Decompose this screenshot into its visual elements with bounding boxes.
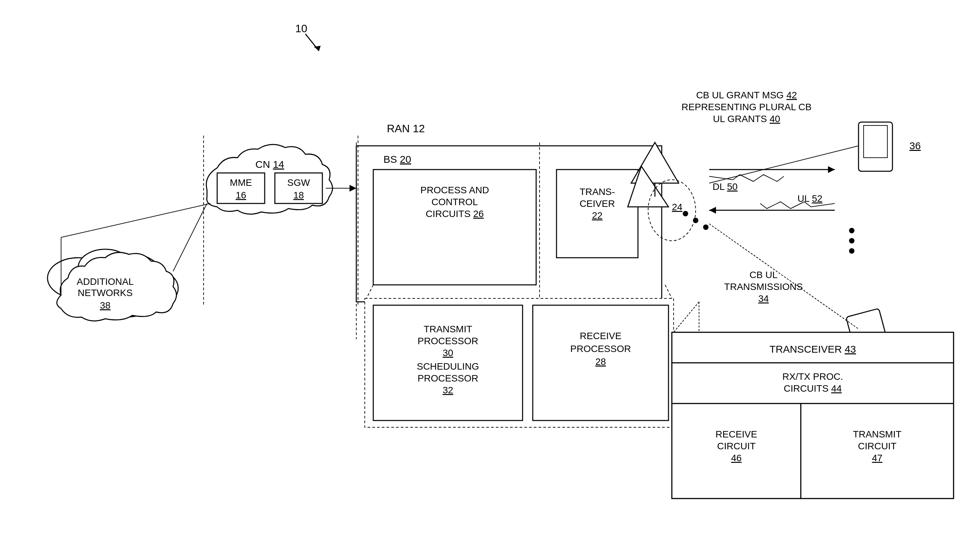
mme-label: MME (230, 177, 252, 188)
svg-marker-21 (828, 166, 835, 173)
svg-point-13 (693, 218, 698, 223)
cb-ul-trans-num: 34 (758, 293, 768, 304)
ue-device-upper: 36 (859, 122, 921, 171)
receive-processor-num: 28 (595, 356, 606, 367)
ue-num-upper: 36 (909, 140, 921, 151)
transceiver-bs-label2: CEIVER (579, 199, 615, 209)
svg-line-30 (674, 302, 699, 332)
svg-marker-35 (350, 185, 356, 192)
receive-processor-label2: PROCESSOR (570, 343, 631, 354)
cb-ul-trans-label2: TRANSMISSIONS (724, 281, 803, 292)
antenna-num: 24 (672, 202, 682, 212)
receive-processor-label: RECEIVE (580, 330, 622, 341)
svg-point-26 (849, 248, 854, 254)
transceiver-bs-label: TRANS- (579, 186, 615, 197)
transmit-processor-label2: PROCESSOR (418, 336, 479, 346)
scheduling-num: 32 (442, 385, 453, 396)
process-control-label3: CIRCUITS 26 (426, 208, 484, 219)
mme-num: 16 (235, 190, 246, 200)
additional-networks-label2: NETWORKS (78, 288, 133, 298)
ref-10: 10 (295, 22, 307, 35)
diagram-container: 10 ADDITIONAL NETWORKS 38 CN 14 MME 16 S… (0, 0, 980, 548)
receive-circuit-num: 46 (731, 453, 741, 463)
svg-point-12 (683, 211, 688, 216)
process-control-label2: CONTROL (432, 197, 478, 207)
receive-circuit-label: RECEIVE (716, 429, 757, 440)
ran-label: RAN 12 (387, 122, 425, 135)
additional-networks-num: 38 (100, 300, 110, 311)
transmit-circuit-label2: CIRCUIT (858, 441, 897, 451)
sgw-label: SGW (287, 177, 310, 188)
svg-point-25 (849, 238, 854, 243)
transceiver-bs-num: 22 (592, 210, 602, 221)
cb-ul-trans-label: CB UL (749, 270, 777, 280)
ul-label: UL 52 (797, 193, 822, 204)
additional-networks-cloud: ADDITIONAL NETWORKS 38 (48, 249, 178, 321)
dl-label: DL 50 (713, 181, 738, 192)
sgw-num: 18 (293, 190, 304, 200)
cn-label: CN 14 (255, 159, 284, 170)
cn-cloud: CN 14 MME 16 SGW 18 (206, 145, 332, 214)
process-control-label: PROCESS AND (420, 185, 489, 195)
cb-ul-grant-label2: REPRESENTING PLURAL CB (681, 102, 811, 112)
receive-circuit-label2: CIRCUIT (717, 441, 756, 451)
rxtx-label: RX/TX PROC. (783, 371, 843, 382)
transceiver-ue-label: TRANSCEIVER 43 (769, 343, 856, 355)
scheduling-label: SCHEDULING (417, 361, 479, 372)
svg-line-16 (665, 285, 672, 299)
rxtx-label2: CIRCUITS 44 (784, 383, 842, 394)
svg-point-24 (849, 228, 854, 233)
svg-line-28 (709, 224, 859, 329)
svg-line-31 (173, 203, 207, 271)
additional-networks-label: ADDITIONAL (77, 276, 134, 287)
transmit-circuit-num: 47 (872, 453, 882, 463)
svg-point-14 (703, 224, 708, 230)
transmit-processor-num: 30 (442, 348, 453, 358)
scheduling-label2: PROCESSOR (418, 373, 479, 384)
svg-line-27 (709, 146, 859, 183)
svg-marker-23 (709, 207, 716, 214)
bs-label: BS 20 (383, 154, 411, 165)
transmit-processor-label: TRANSMIT (423, 324, 472, 334)
cb-ul-grant-label3: UL GRANTS 40 (713, 114, 780, 124)
transmit-circuit-label: TRANSMIT (853, 429, 901, 440)
svg-line-33 (61, 203, 210, 237)
cb-ul-grant-label: CB UL GRANT MSG 42 (696, 90, 797, 100)
